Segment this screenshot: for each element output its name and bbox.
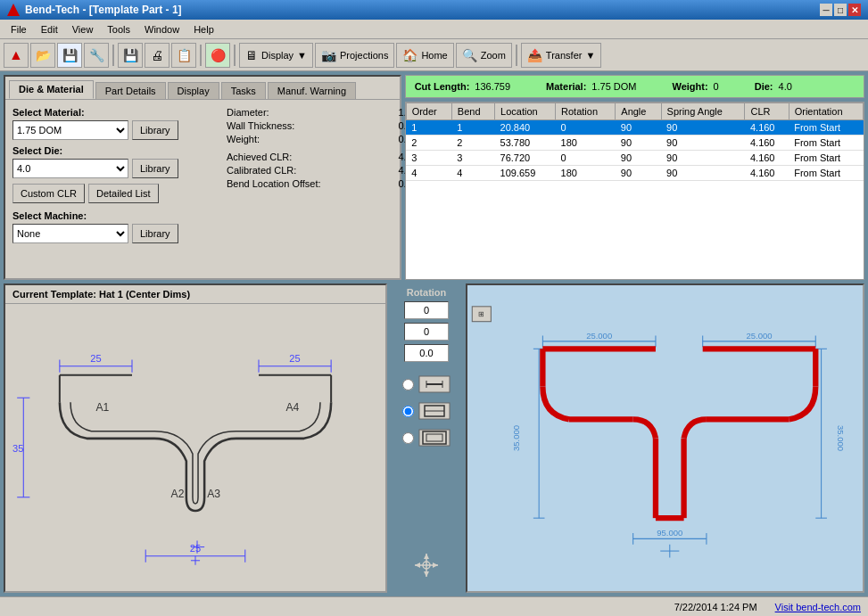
cut-length-value: 136.759 [475, 81, 510, 92]
svg-marker-39 [424, 554, 429, 559]
table-cell-0-5: 90 [661, 120, 745, 136]
svg-text:A1: A1 [95, 401, 109, 414]
machine-select[interactable]: None [12, 224, 128, 243]
tool1-button[interactable]: 🔧 [84, 43, 109, 68]
print-button[interactable]: 🖨 [145, 43, 169, 68]
bottom-section: Current Template: Hat 1 (Center Dims) 25… [4, 283, 864, 593]
view-radio-1[interactable] [402, 379, 414, 390]
svg-text:A3: A3 [207, 488, 220, 500]
menu-window[interactable]: Window [137, 22, 186, 37]
middle-controls: Rotation 0 0 0.0 [391, 283, 462, 593]
tool3-button[interactable]: 🔴 [205, 43, 230, 68]
app-logo-icon [7, 4, 20, 16]
zoom-button[interactable]: 🔍 Zoom [456, 43, 512, 68]
new-button[interactable]: ▲ [4, 43, 29, 68]
col-spring-angle: Spring Angle [661, 103, 745, 120]
view-radio-2[interactable] [402, 406, 414, 417]
wall-thickness-label: Wall Thickness: [227, 120, 369, 131]
tool2-button[interactable]: 📋 [171, 43, 196, 68]
view-radio-3[interactable] [402, 432, 414, 444]
display-dropdown[interactable]: 🖥 Display ▼ [239, 43, 313, 68]
table-cell-2-5: 90 [661, 151, 745, 166]
tab-bar: Die & Material Part Details Display Task… [5, 77, 400, 99]
bend-location-offset-label: Bend Location Offset: [227, 178, 369, 189]
table-cell-3-3: 180 [556, 166, 616, 181]
table-cell-3-7: From Start [789, 166, 863, 181]
tab-display[interactable]: Display [168, 82, 219, 99]
right-fields: Diameter: 1.500 Wall Thickness: 0.200 We… [218, 107, 423, 249]
nav-crosshair-icon[interactable] [413, 552, 440, 579]
die-library-button[interactable]: Library [132, 159, 178, 178]
separator2 [200, 45, 202, 66]
home-button[interactable]: 🏠 Home [396, 43, 453, 68]
table-row[interactable]: 3376.720090904.160From Start [406, 151, 863, 166]
table-row[interactable]: 1120.840090904.160From Start [406, 120, 863, 136]
save-button[interactable]: 💾 [57, 43, 82, 68]
drawing-canvas: 25 25 35 25 [5, 304, 385, 591]
save2-button[interactable]: 💾 [118, 43, 143, 68]
transfer-dropdown[interactable]: 📤 Transfer ▼ [521, 43, 601, 68]
svg-text:35: 35 [12, 443, 23, 454]
menu-file[interactable]: File [4, 22, 34, 37]
table-cell-1-5: 90 [661, 136, 745, 151]
projections-button[interactable]: 📷 Projections [315, 43, 394, 68]
svg-text:25: 25 [90, 353, 101, 364]
view-option-2[interactable] [402, 401, 451, 421]
svg-text:95.000: 95.000 [657, 528, 682, 538]
die-select[interactable]: 4.0 [12, 159, 128, 178]
svg-text:⊞: ⊞ [478, 309, 484, 318]
table-row[interactable]: 2253.78018090904.160From Start [406, 136, 863, 151]
menu-edit[interactable]: Edit [34, 22, 65, 37]
menu-view[interactable]: View [65, 22, 101, 37]
separator3 [234, 45, 236, 66]
view-radio-group [402, 374, 451, 448]
view-option-1[interactable] [402, 374, 451, 394]
svg-text:25.000: 25.000 [746, 331, 772, 341]
machine-library-button[interactable]: Library [132, 224, 178, 243]
menu-help[interactable]: Help [186, 22, 221, 37]
svg-marker-40 [424, 571, 429, 577]
achieved-clr-label: Achieved CLR: [227, 152, 369, 162]
svg-text:35.000: 35.000 [836, 425, 846, 451]
material-library-button[interactable]: Library [132, 120, 178, 140]
view-icon-1 [417, 374, 451, 394]
close-button[interactable]: ✕ [848, 4, 861, 16]
rotation-input-1[interactable]: 0 [404, 301, 449, 319]
custom-clr-button[interactable]: Custom CLR [12, 184, 85, 203]
svg-text:25: 25 [190, 543, 201, 554]
tab-manuf-warning[interactable]: Manuf. Warning [268, 82, 356, 99]
table-row[interactable]: 44109.65918090904.160From Start [406, 166, 863, 181]
maximize-button[interactable]: □ [834, 4, 847, 16]
detailed-list-button[interactable]: Detailed List [88, 184, 159, 203]
minimize-button[interactable]: ─ [820, 4, 832, 16]
table-cell-3-6: 4.160 [745, 166, 789, 181]
view-icon-2 [417, 401, 451, 421]
left-panel: Die & Material Part Details Display Task… [4, 75, 401, 280]
die-info-label: Die: [755, 81, 773, 92]
table-cell-2-6: 4.160 [745, 151, 789, 166]
menu-tools[interactable]: Tools [100, 22, 137, 37]
tab-tasks[interactable]: Tasks [221, 82, 266, 99]
rotation-input-2[interactable]: 0 [404, 323, 449, 341]
open-button[interactable]: 📂 [30, 43, 55, 68]
material-info-label: Material: [546, 81, 586, 92]
table-cell-1-3: 180 [556, 136, 616, 151]
table-cell-3-4: 90 [616, 166, 661, 181]
table-cell-2-7: From Start [789, 151, 863, 166]
material-info-value: 1.75 DOM [591, 81, 636, 92]
table-cell-2-0: 3 [406, 151, 451, 166]
view-option-3[interactable] [402, 428, 451, 448]
weight-info-value: 0 [714, 81, 719, 92]
tab-part-details[interactable]: Part Details [95, 82, 166, 99]
col-order: Order [406, 103, 451, 120]
tab-die-material[interactable]: Die & Material [9, 80, 94, 99]
status-link[interactable]: Visit bend-tech.com [775, 602, 861, 612]
col-location: Location [495, 103, 556, 120]
material-select[interactable]: 1.75 DOM [12, 120, 128, 140]
col-bend: Bend [451, 103, 494, 120]
rotation-input-3[interactable]: 0.0 [404, 344, 449, 362]
table-cell-0-3: 0 [556, 120, 616, 136]
col-angle: Angle [616, 103, 661, 120]
diameter-label: Diameter: [227, 107, 369, 118]
col-clr: CLR [745, 103, 789, 120]
